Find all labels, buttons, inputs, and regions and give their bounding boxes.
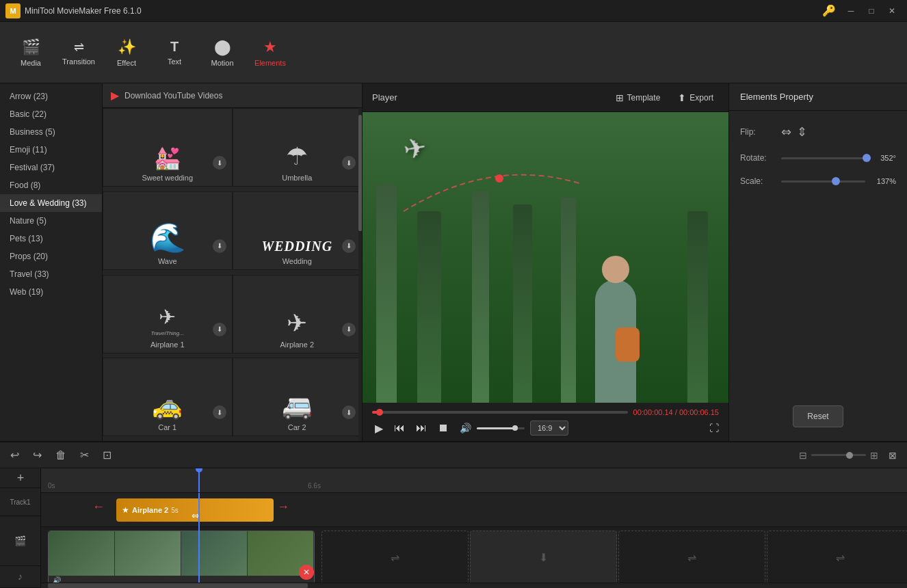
- scale-row: Scale: 137%: [740, 176, 896, 186]
- delete-badge[interactable]: ✕: [299, 565, 314, 580]
- zoom-control: ⊟ ⊞: [799, 450, 878, 461]
- player-video: ✈: [363, 112, 728, 403]
- airplane1-content: ✈ TravelThing...: [151, 305, 184, 336]
- template-button[interactable]: ⊞ Template: [610, 90, 666, 106]
- delete-button[interactable]: 🗑: [52, 447, 70, 464]
- toolbar-item-motion[interactable]: ⬤ Motion: [198, 29, 246, 77]
- video-clip[interactable]: 🔊 ✕: [48, 531, 315, 583]
- elements-scrollbar[interactable]: [358, 108, 362, 441]
- progress-bar-container: 00:00:00.14 / 00:00:06.15: [372, 408, 719, 416]
- flight-path: [390, 143, 595, 227]
- element-umbrella[interactable]: ☂ Umbrella ⬇: [233, 108, 363, 187]
- motion-icon: ⬤: [214, 38, 231, 56]
- empty-clip-2[interactable]: ⬇: [470, 531, 617, 583]
- prev-button[interactable]: ⏮: [391, 420, 408, 436]
- flip-vertical-icon[interactable]: ⇕: [797, 124, 807, 139]
- sidebar-item-basic[interactable]: Basic (22): [0, 105, 102, 123]
- video-frame-1: [49, 531, 115, 576]
- volume-bar[interactable]: [477, 427, 525, 429]
- scale-slider[interactable]: [781, 181, 865, 183]
- wedding-download-btn[interactable]: ⬇: [342, 239, 356, 253]
- music-track-playhead: [198, 493, 200, 583]
- sweet-wedding-download-btn[interactable]: ⬇: [213, 156, 226, 170]
- aspect-ratio-select[interactable]: 16:9 9:16 4:3 1:1: [530, 420, 568, 436]
- car1-download-btn[interactable]: ⬇: [213, 405, 226, 419]
- sidebar-item-business[interactable]: Business (5): [0, 123, 102, 141]
- zoom-in-icon[interactable]: ⊞: [870, 450, 878, 461]
- reset-button[interactable]: Reset: [793, 405, 843, 427]
- video-clip-bottom: 🔊: [49, 576, 314, 583]
- stop-button[interactable]: ⏹: [435, 420, 451, 436]
- tracks-area: ← → ★ Airplane 2 5s ⇔: [41, 493, 907, 583]
- timeline-playhead[interactable]: [198, 468, 200, 492]
- export-button[interactable]: ⬆ Export: [672, 90, 719, 106]
- export-icon: ⬆: [678, 92, 686, 103]
- main-area: Arrow (23) Basic (22) Business (5) Emoji…: [0, 83, 907, 441]
- sidebar-item-festival[interactable]: Festival (37): [0, 159, 102, 176]
- progress-bar[interactable]: [372, 411, 628, 414]
- clip-star-icon: ★: [122, 505, 129, 515]
- sidebar-item-arrow[interactable]: Arrow (23): [0, 88, 102, 105]
- toolbar-item-media[interactable]: 🎬 Media: [7, 29, 55, 77]
- flight-path-svg: [390, 143, 595, 225]
- scissors-button[interactable]: ✂: [77, 446, 92, 464]
- sidebar-item-love-wedding[interactable]: Love & Wedding (33): [0, 194, 102, 212]
- toolbar-item-elements[interactable]: ★ Elements: [246, 29, 294, 77]
- toolbar-item-effect[interactable]: ✨ Effect: [103, 29, 150, 77]
- toolbar-item-transition[interactable]: ⇌ Transition: [55, 29, 103, 77]
- sidebar-item-props[interactable]: Props (20): [0, 248, 102, 265]
- toolbar-item-text[interactable]: T Text: [150, 29, 198, 77]
- car2-download-btn[interactable]: ⬇: [342, 405, 356, 419]
- element-wedding[interactable]: WEDDING Wedding ⬇: [233, 191, 363, 270]
- fit-icon[interactable]: ⊠: [885, 448, 900, 463]
- sidebar-item-travel[interactable]: Travel (33): [0, 265, 102, 283]
- sidebar-item-web[interactable]: Web (19): [0, 283, 102, 301]
- wedding-label: Wedding: [282, 257, 312, 265]
- zoom-bar[interactable]: [811, 454, 866, 456]
- minimize-button[interactable]: ─: [841, 4, 860, 18]
- player-controls: 00:00:00.14 / 00:00:06.15 ▶ ⏮ ⏭ ⏹ 🔊 16:9: [363, 403, 728, 441]
- ruler-mark-6s: 6.6s: [308, 482, 321, 490]
- scale-slider-container: [781, 181, 865, 183]
- umbrella-download-btn[interactable]: ⬇: [342, 156, 356, 170]
- sidebar-item-nature[interactable]: Nature (5): [0, 212, 102, 230]
- element-wave[interactable]: 🌊 Wave ⬇: [103, 191, 233, 270]
- rotate-slider[interactable]: [781, 157, 865, 159]
- elements-label: Elements: [254, 59, 286, 67]
- element-sweet-wedding[interactable]: 💒 Sweet wedding ⬇: [103, 108, 233, 187]
- close-button[interactable]: ✕: [882, 4, 902, 18]
- tree-6: [687, 211, 708, 403]
- element-airplane2[interactable]: ✈ Airplane 2 ⬇: [233, 275, 363, 353]
- element-car1[interactable]: 🚕 Car 1 ⬇: [103, 358, 233, 436]
- video-canvas: ✈: [363, 112, 728, 403]
- redo-button[interactable]: ↪: [29, 446, 45, 464]
- timeline-ruler-area: 0s 6.6s ← → ★ Airplane 2: [41, 468, 907, 588]
- timeline-scrollbar[interactable]: [41, 583, 907, 588]
- zoom-out-icon[interactable]: ⊟: [799, 450, 807, 461]
- effect-icon: ✨: [118, 38, 136, 56]
- airplane1-download-btn[interactable]: ⬇: [213, 323, 226, 336]
- empty-clip-1[interactable]: ⇌: [321, 531, 469, 583]
- play-button[interactable]: ▶: [372, 420, 386, 436]
- airplane1-icon: ✈: [159, 305, 176, 329]
- sidebar-item-pets[interactable]: Pets (13): [0, 230, 102, 248]
- sidebar-item-emoji[interactable]: Emoji (11): [0, 141, 102, 159]
- element-airplane1[interactable]: ✈ TravelThing... Airplane 1 ⬇: [103, 275, 233, 353]
- maximize-button[interactable]: □: [862, 4, 881, 18]
- empty-clip-3[interactable]: ⇌: [618, 531, 765, 583]
- undo-button[interactable]: ↩: [7, 446, 23, 464]
- flip-horizontal-icon[interactable]: ⇔: [781, 124, 791, 139]
- airplane2-download-btn[interactable]: ⬇: [342, 323, 356, 336]
- wave-download-btn[interactable]: ⬇: [213, 239, 226, 253]
- volume-icon[interactable]: 🔊: [457, 421, 474, 435]
- next-button[interactable]: ⏭: [413, 420, 430, 436]
- crop-button[interactable]: ⊡: [99, 446, 115, 464]
- track-label-music: ♪: [0, 566, 40, 588]
- element-car2[interactable]: 🚐 Car 2 ⬇: [233, 358, 363, 436]
- track-add-btn[interactable]: +: [0, 468, 41, 488]
- properties-panel: Elements Property Flip: ⇔ ⇕ Rotate: 352°: [729, 83, 907, 441]
- sidebar-item-food[interactable]: Food (8): [0, 176, 102, 194]
- download-youtube-bar[interactable]: ▶ Download YouTube Videos: [103, 83, 362, 108]
- empty-clip-4[interactable]: ⇌: [767, 531, 907, 583]
- fullscreen-button[interactable]: ⛶: [709, 423, 719, 433]
